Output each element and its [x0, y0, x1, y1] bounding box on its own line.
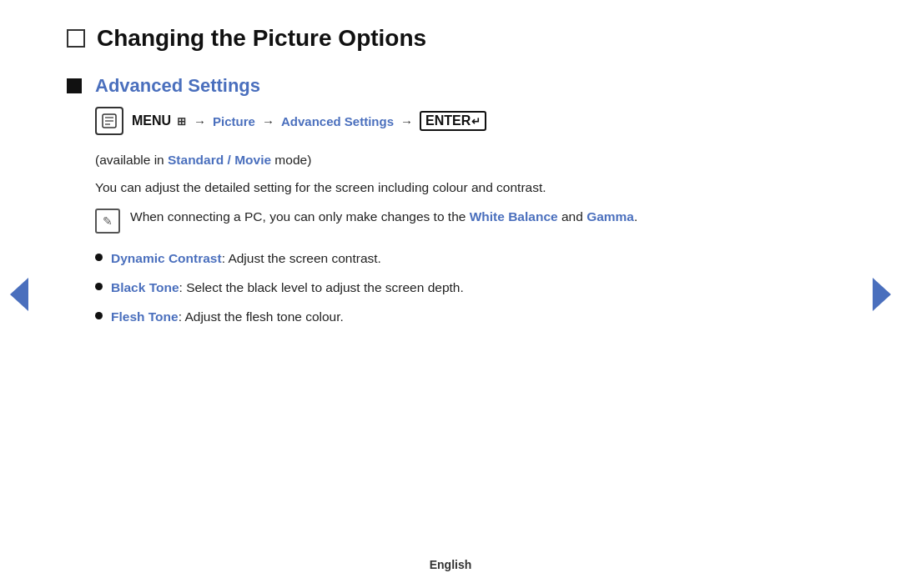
menu-picture-link: Picture — [213, 114, 255, 128]
note-pre: When connecting a PC, you can only make … — [130, 209, 470, 224]
black-tone-link: Black Tone — [111, 280, 179, 294]
list-item: Flesh Tone: Adjust the flesh tone colour… — [95, 307, 834, 326]
arrow2: → — [262, 114, 274, 128]
menu-bars-icon: ⊞ — [177, 115, 186, 128]
menu-label: MENU — [132, 113, 171, 128]
section-heading: Advanced Settings — [95, 75, 834, 97]
note-row: When connecting a PC, you can only make … — [95, 207, 834, 234]
available-text: (available in Standard / Movie mode) — [95, 150, 834, 171]
page-container: Changing the Picture Options Advanced Se… — [0, 0, 901, 588]
menu-path-row: MENU ⊞ → Picture → Advanced Settings → E… — [95, 107, 834, 135]
nav-next-button[interactable] — [873, 278, 891, 311]
note-text: When connecting a PC, you can only make … — [130, 207, 637, 228]
note-post: . — [634, 209, 637, 224]
note-icon — [95, 209, 120, 234]
bullet-dot-icon — [95, 283, 103, 290]
enter-return-icon: ↵ — [471, 115, 481, 128]
list-item: Dynamic Contrast: Adjust the screen cont… — [95, 249, 834, 268]
dynamic-contrast-link: Dynamic Contrast — [111, 251, 222, 265]
list-item: Black Tone: Select the black level to ad… — [95, 278, 834, 297]
description-text: You can adjust the detailed setting for … — [95, 178, 834, 199]
available-post: mode) — [271, 153, 311, 167]
available-mode-link: Standard / Movie — [168, 153, 271, 167]
section-content: Advanced Settings MENU ⊞ → Picture → Adv… — [95, 75, 834, 336]
enter-box: ENTER↵ — [420, 111, 486, 131]
page-title: Changing the Picture Options — [97, 25, 426, 52]
available-pre: (available in — [95, 153, 168, 167]
list-item-text: Black Tone: Select the black level to ad… — [111, 278, 464, 297]
white-balance-link: White Balance — [470, 209, 558, 224]
nav-prev-button[interactable] — [10, 278, 28, 311]
flesh-tone-desc: : Adjust the flesh tone colour. — [179, 309, 344, 324]
dynamic-contrast-desc: : Adjust the screen contrast. — [222, 251, 381, 265]
footer-language: English — [430, 558, 472, 571]
note-mid: and — [558, 209, 586, 224]
arrow1: → — [194, 114, 206, 128]
enter-label: ENTER — [425, 113, 471, 128]
arrow3: → — [400, 114, 413, 128]
page-title-row: Changing the Picture Options — [67, 25, 834, 52]
list-item-text: Dynamic Contrast: Adjust the screen cont… — [111, 249, 381, 268]
section-bullet-icon — [67, 78, 82, 93]
bullet-list: Dynamic Contrast: Adjust the screen cont… — [95, 249, 834, 327]
section: Advanced Settings MENU ⊞ → Picture → Adv… — [67, 75, 834, 336]
menu-icon — [95, 107, 123, 135]
gamma-link: Gamma — [586, 209, 634, 224]
menu-advanced-settings-link: Advanced Settings — [281, 114, 394, 128]
list-item-text: Flesh Tone: Adjust the flesh tone colour… — [111, 307, 344, 326]
flesh-tone-link: Flesh Tone — [111, 309, 179, 324]
black-tone-desc: : Select the black level to adjust the s… — [179, 280, 464, 294]
checkbox-icon — [67, 29, 85, 48]
bullet-dot-icon — [95, 312, 103, 319]
bullet-dot-icon — [95, 254, 103, 261]
